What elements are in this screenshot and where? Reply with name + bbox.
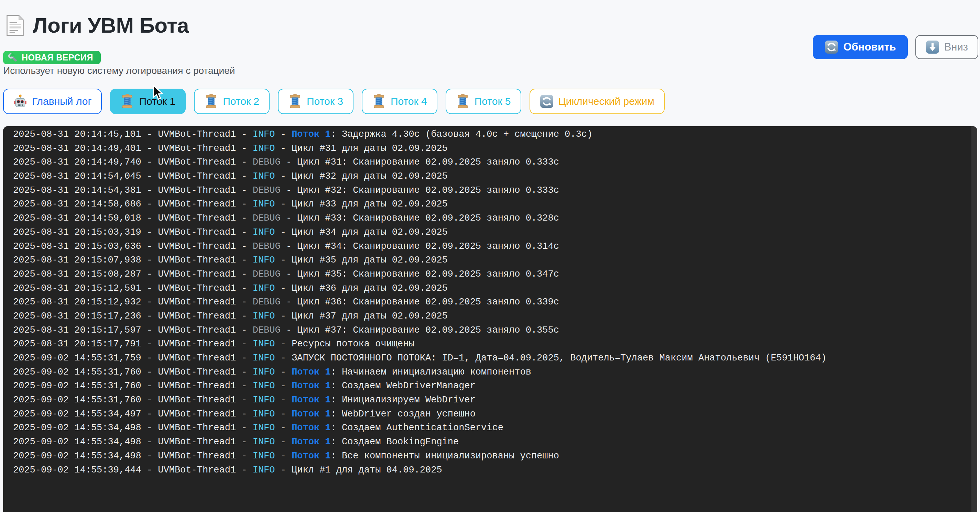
spool-icon xyxy=(288,94,302,109)
tab-label: Главный лог xyxy=(32,95,91,107)
log-level: INFO xyxy=(253,353,275,363)
log-message: Цикл #33: Сканирование 02.09.2025 заняло… xyxy=(297,213,559,224)
log-level: INFO xyxy=(253,423,275,433)
down-arrow-icon xyxy=(926,40,939,54)
page-subtitle: Использует новую систему логирования с р… xyxy=(3,65,235,76)
log-stream: Поток 1 xyxy=(291,129,331,139)
log-message: Цикл #37 для даты 02.09.2025 xyxy=(291,311,448,321)
log-level: DEBUG xyxy=(253,325,281,335)
tab-label: Поток 2 xyxy=(223,95,259,107)
log-line: 2025-08-31 20:14:54,045 - UVMBot-Thread1… xyxy=(13,170,960,184)
log-line: 2025-09-02 14:55:34,498 - UVMBot-Thread1… xyxy=(13,449,960,463)
log-line: 2025-08-31 20:15:03,319 - UVMBot-Thread1… xyxy=(13,225,960,239)
tab-label: Поток 5 xyxy=(474,95,511,107)
wrench-icon xyxy=(8,53,18,63)
log-message: Цикл #31 для даты 02.09.2025 xyxy=(291,143,448,154)
log-message: : Создаем WebDriverManager xyxy=(331,381,476,391)
log-message: Цикл #35 для даты 02.09.2025 xyxy=(291,255,448,265)
log-message: Ресурсы потока очищены xyxy=(291,339,414,349)
log-level: DEBUG xyxy=(253,157,281,167)
log-stream: Поток 1 xyxy=(291,367,331,377)
log-line: 2025-08-31 20:15:12,591 - UVMBot-Thread1… xyxy=(13,281,960,295)
log-level: DEBUG xyxy=(253,241,281,252)
tab-stream-5[interactable]: Поток 5 xyxy=(445,89,521,114)
app-window: Логи УВМ Бота НОВАЯ ВЕРСИЯ Использует но… xyxy=(0,0,980,512)
log-prefix: 2025-09-02 14:55:34,498 - UVMBot-Thread1… xyxy=(13,451,253,461)
log-level: INFO xyxy=(253,143,275,154)
log-scrollbar[interactable] xyxy=(971,126,977,512)
log-prefix: 2025-08-31 20:14:49,401 - UVMBot-Thread1… xyxy=(13,143,253,154)
log-prefix: 2025-09-02 14:55:31,760 - UVMBot-Thread1… xyxy=(13,367,253,377)
log-prefix: 2025-09-02 14:55:34,497 - UVMBot-Thread1… xyxy=(13,409,253,419)
tab-stream-2[interactable]: Поток 2 xyxy=(194,89,270,114)
log-level: INFO xyxy=(253,129,275,139)
log-line: 2025-08-31 20:15:03,636 - UVMBot-Thread1… xyxy=(13,239,960,254)
log-prefix: 2025-08-31 20:15:07,938 - UVMBot-Thread1… xyxy=(13,255,253,265)
down-button[interactable]: Вниз xyxy=(915,35,978,59)
refresh-icon xyxy=(824,40,838,54)
document-icon xyxy=(5,14,25,37)
log-level: INFO xyxy=(253,451,275,461)
log-prefix: 2025-08-31 20:14:49,740 - UVMBot-Thread1… xyxy=(13,157,253,167)
log-line: 2025-09-02 14:55:34,498 - UVMBot-Thread1… xyxy=(13,421,960,435)
tab-cyclic-mode[interactable]: Циклический режим xyxy=(530,89,665,114)
header-buttons: Обновить Вниз xyxy=(813,35,978,59)
log-line: 2025-08-31 20:15:12,932 - UVMBot-Thread1… xyxy=(13,295,960,309)
log-level: INFO xyxy=(253,339,275,349)
log-line: 2025-08-31 20:14:59,018 - UVMBot-Thread1… xyxy=(13,211,960,225)
log-message: Цикл #34: Сканирование 02.09.2025 заняло… xyxy=(297,241,559,252)
log-prefix: 2025-09-02 14:55:34,498 - UVMBot-Thread1… xyxy=(13,423,253,433)
log-level: DEBUG xyxy=(253,185,281,195)
tab-stream-4[interactable]: Поток 4 xyxy=(362,89,438,114)
mouse-cursor xyxy=(151,85,166,101)
log-prefix: 2025-09-02 14:55:31,759 - UVMBot-Thread1… xyxy=(13,353,253,363)
log-level: INFO xyxy=(253,409,275,419)
log-line: 2025-08-31 20:15:07,938 - UVMBot-Thread1… xyxy=(13,253,960,267)
log-message: Цикл #36: Сканирование 02.09.2025 заняло… xyxy=(297,297,559,307)
tab-stream-3[interactable]: Поток 3 xyxy=(278,89,353,114)
log-prefix: 2025-08-31 20:14:45,101 - UVMBot-Thread1… xyxy=(13,129,253,139)
log-prefix: 2025-08-31 20:15:12,591 - UVMBot-Thread1… xyxy=(13,283,253,293)
log-level: INFO xyxy=(253,255,275,265)
log-level: INFO xyxy=(253,283,275,293)
log-level: INFO xyxy=(253,367,275,377)
badge-label: НОВАЯ ВЕРСИЯ xyxy=(22,52,93,63)
log-prefix: 2025-09-02 14:55:34,498 - UVMBot-Thread1… xyxy=(13,437,253,447)
log-stream: Поток 1 xyxy=(291,451,331,461)
log-stream: Поток 1 xyxy=(291,381,331,391)
log-line: 2025-09-02 14:55:34,497 - UVMBot-Thread1… xyxy=(13,407,960,421)
log-level: INFO xyxy=(253,437,275,447)
log-message: : Задержка 4.30с (базовая 4.0с + смещени… xyxy=(331,129,593,139)
log-line: 2025-09-02 14:55:34,498 - UVMBot-Thread1… xyxy=(13,435,960,449)
tab-stream-1[interactable]: Поток 1 xyxy=(110,89,186,114)
log-line: 2025-08-31 20:14:58,686 - UVMBot-Thread1… xyxy=(13,197,960,211)
log-message: Цикл #35: Сканирование 02.09.2025 заняло… xyxy=(297,269,559,279)
log-prefix: 2025-08-31 20:15:03,636 - UVMBot-Thread1… xyxy=(13,241,253,252)
tab-main-log[interactable]: Главный лог xyxy=(3,89,102,114)
log-line: 2025-08-31 20:14:49,401 - UVMBot-Thread1… xyxy=(13,141,960,156)
log-prefix: 2025-08-31 20:15:17,597 - UVMBot-Thread1… xyxy=(13,325,253,335)
down-button-label: Вниз xyxy=(944,41,968,53)
log-line: 2025-09-02 14:55:39,444 - UVMBot-Thread1… xyxy=(13,463,960,477)
log-line: 2025-09-02 14:55:31,759 - UVMBot-Thread1… xyxy=(13,351,960,365)
log-line: 2025-08-31 20:14:49,740 - UVMBot-Thread1… xyxy=(13,155,960,170)
log-level: INFO xyxy=(253,381,275,391)
log-prefix: 2025-09-02 14:55:31,760 - UVMBot-Thread1… xyxy=(13,381,253,391)
log-stream: Поток 1 xyxy=(291,395,331,405)
log-line: 2025-08-31 20:15:08,287 - UVMBot-Thread1… xyxy=(13,267,960,281)
refresh-icon xyxy=(540,94,554,109)
log-prefix: 2025-08-31 20:15:17,236 - UVMBot-Thread1… xyxy=(13,311,253,321)
log-line: 2025-08-31 20:15:17,597 - UVMBot-Thread1… xyxy=(13,323,960,338)
refresh-button[interactable]: Обновить xyxy=(813,35,907,59)
log-message: Цикл #37: Сканирование 02.09.2025 заняло… xyxy=(297,325,559,335)
log-level: INFO xyxy=(253,465,275,475)
spool-icon xyxy=(456,94,470,109)
log-lines: 2025-08-31 20:14:45,101 - UVMBot-Thread1… xyxy=(3,126,977,477)
log-prefix: 2025-08-31 20:15:08,287 - UVMBot-Thread1… xyxy=(13,269,253,279)
tab-label: Поток 3 xyxy=(307,95,343,107)
log-prefix: 2025-08-31 20:14:54,381 - UVMBot-Thread1… xyxy=(13,185,253,195)
tabs-row: Главный логПоток 1Поток 2Поток 3Поток 4П… xyxy=(3,89,665,114)
log-message: Цикл #31: Сканирование 02.09.2025 заняло… xyxy=(297,157,559,167)
page-title: Логи УВМ Бота xyxy=(33,13,189,38)
log-line: 2025-09-02 14:55:31,760 - UVMBot-Thread1… xyxy=(13,379,960,393)
